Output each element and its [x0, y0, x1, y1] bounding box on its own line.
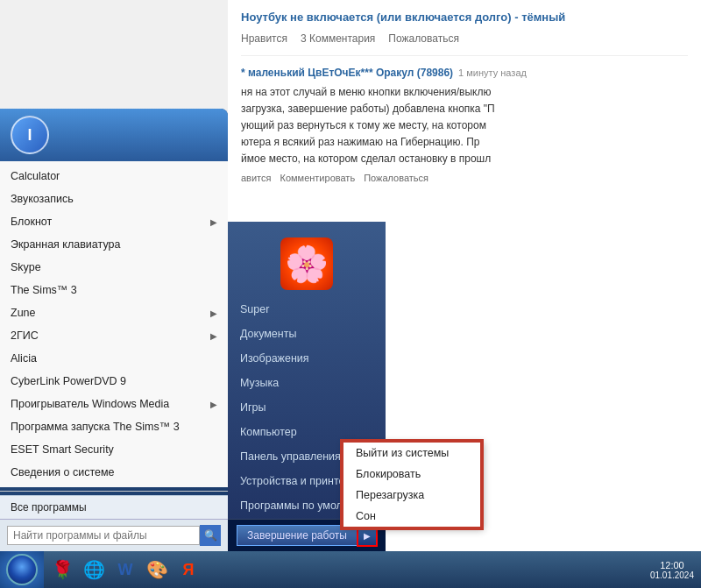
comment-reply[interactable]: Комментировать: [280, 171, 355, 186]
start-item-label-12: ESET Smart Security: [11, 443, 114, 456]
user-picture: 🌸: [228, 230, 386, 297]
date: 01.01.2024: [650, 570, 694, 580]
start-menu-items: CalculatorЗвукозаписьБлокнот▶Экранная кл…: [0, 161, 228, 487]
avatar: I: [11, 116, 49, 154]
comments-action[interactable]: 3 Комментария: [301, 31, 375, 46]
flower-image: 🌸: [280, 237, 333, 290]
start-menu-item-4[interactable]: Skype: [0, 256, 228, 279]
shutdown-button[interactable]: Завершение работы: [237, 525, 358, 546]
start-item-label-2: Блокнот: [11, 216, 52, 228]
start-menu-item-1[interactable]: Звукозапись: [0, 188, 228, 210]
right-menu-item-3[interactable]: Музыка: [228, 371, 386, 395]
user-avatar-area: I: [0, 109, 228, 161]
right-menu-item-1[interactable]: Документы: [228, 322, 386, 346]
popup-item-0[interactable]: Выйти из системы: [343, 443, 480, 464]
comment-actions: авится Комментировать Пожаловаться: [241, 171, 688, 186]
start-item-label-0: Calculator: [11, 170, 60, 182]
complain-action[interactable]: Пожаловаться: [388, 31, 459, 46]
taskbar: 🌹 🌐 W 🎨 Я 12:00 01.01.2024: [0, 551, 701, 588]
search-button[interactable]: 🔍: [200, 525, 221, 546]
all-programs-button[interactable]: Все программы: [0, 495, 228, 519]
web-post: Ноутбук не включается (или включается до…: [241, 9, 688, 56]
search-input[interactable]: [7, 526, 200, 545]
start-item-label-9: CyberLink PowerDVD 9: [11, 375, 126, 387]
popup-item-2[interactable]: Перезагрузка: [343, 485, 480, 506]
start-item-label-11: Программа запуска The Sims™ 3: [11, 421, 180, 433]
start-menu-item-13[interactable]: Сведения о системе: [0, 461, 228, 484]
start-item-label-3: Экранная клавиатура: [11, 238, 120, 251]
like-action[interactable]: Нравится: [241, 31, 287, 46]
start-menu-item-11[interactable]: Программа запуска The Sims™ 3: [0, 415, 228, 438]
start-search-area: 🔍: [0, 519, 228, 551]
start-menu-item-9[interactable]: CyberLink PowerDVD 9: [0, 370, 228, 393]
start-menu-item-5[interactable]: The Sims™ 3: [0, 279, 228, 301]
start-item-label-13: Сведения о системе: [11, 466, 115, 478]
rose-taskbar-icon[interactable]: 🌹: [48, 556, 76, 584]
start-menu-item-0[interactable]: Calculator: [0, 165, 228, 188]
paint-taskbar-icon[interactable]: 🎨: [143, 556, 171, 584]
taskbar-icons: 🌹 🌐 W 🎨 Я: [44, 556, 643, 584]
start-menu-item-2[interactable]: Блокнот▶: [0, 210, 228, 233]
start-separator: [0, 491, 228, 492]
start-item-label-5: The Sims™ 3: [11, 284, 77, 296]
shutdown-popup-menu: Выйти из системыБлокироватьПерезагрузкаС…: [342, 441, 482, 528]
word-taskbar-icon[interactable]: W: [111, 556, 139, 584]
windows-orb: [6, 554, 38, 585]
comment-block: * маленький ЦвЕтОчЕк*** Оракул (78986) 1…: [241, 65, 688, 186]
start-item-label-8: Alicia: [11, 352, 37, 365]
system-tray: 12:00 01.01.2024: [643, 560, 701, 580]
start-item-arrow-7: ▶: [210, 331, 217, 341]
post-actions: Нравится 3 Комментария Пожаловаться: [241, 31, 688, 46]
start-menu-item-3[interactable]: Экранная клавиатура: [0, 233, 228, 256]
start-button[interactable]: [0, 551, 44, 588]
comment-time: 1 минуту назад: [458, 66, 527, 81]
post-title: Ноутбук не включается (или включается до…: [241, 9, 688, 26]
start-item-label-1: Звукозапись: [11, 193, 74, 205]
start-menu-item-7[interactable]: 2ГИС▶: [0, 324, 228, 347]
right-menu-item-4[interactable]: Игры: [228, 395, 386, 420]
start-menu-item-8[interactable]: Alicia: [0, 347, 228, 370]
right-menu-item-2[interactable]: Изображения: [228, 346, 386, 371]
yandex-taskbar-icon[interactable]: Я: [174, 556, 202, 584]
popup-item-1[interactable]: Блокировать: [343, 464, 480, 485]
tray-time: 12:00 01.01.2024: [650, 560, 694, 580]
start-item-label-10: Проигрыватель Windows Media: [11, 398, 169, 410]
start-item-label-7: 2ГИС: [11, 329, 39, 342]
start-item-arrow-6: ▶: [210, 308, 217, 318]
chrome-taskbar-icon[interactable]: 🌐: [80, 556, 108, 584]
comment-author: * маленький ЦвЕтОчЕк*** Оракул (78986): [241, 65, 453, 81]
comment-text: ня на этот случай в меню кнопки включени…: [241, 84, 688, 168]
start-menu-item-10[interactable]: Проигрыватель Windows Media▶: [0, 393, 228, 415]
start-item-arrow-2: ▶: [210, 217, 217, 227]
start-menu: I CalculatorЗвукозаписьБлокнот▶Экранная …: [0, 109, 228, 551]
right-menu-item-0[interactable]: Super: [228, 297, 386, 322]
start-item-arrow-10: ▶: [210, 400, 217, 409]
comment-complain[interactable]: Пожаловаться: [364, 171, 428, 186]
start-item-label-4: Skype: [11, 261, 41, 273]
flower-icon: 🌸: [285, 246, 329, 281]
start-menu-item-12[interactable]: ESET Smart Security: [0, 438, 228, 461]
popup-item-3[interactable]: Сон: [343, 506, 480, 527]
clock: 12:00: [650, 560, 694, 570]
start-menu-item-6[interactable]: Zune▶: [0, 301, 228, 324]
comment-like[interactable]: авится: [241, 171, 271, 186]
start-item-label-6: Zune: [11, 307, 36, 319]
